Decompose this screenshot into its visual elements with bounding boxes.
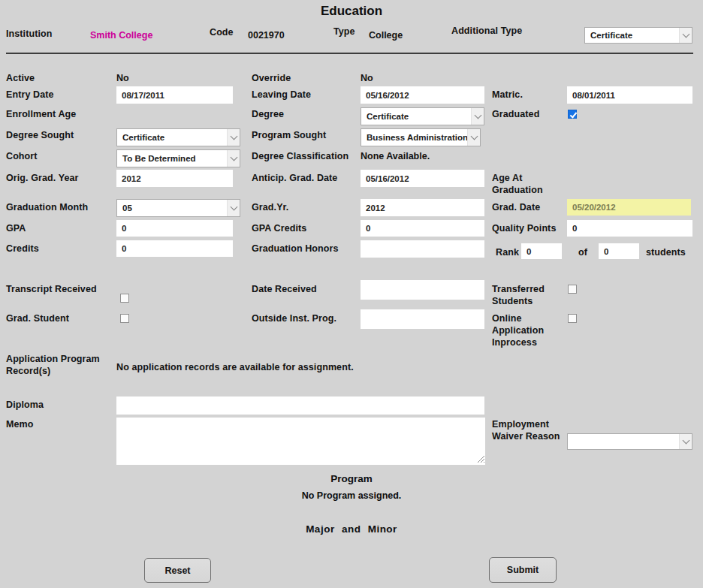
graduation-month-label: Graduation Month	[6, 201, 88, 213]
entry-date-input[interactable]	[116, 86, 233, 104]
code-value: 0021970	[248, 29, 285, 41]
transcript-received-checkbox[interactable]	[120, 294, 129, 303]
code-label: Code	[210, 26, 234, 38]
cohort-select[interactable]: To Be Determined	[116, 149, 240, 167]
degree-classification-label: Degree Classification	[252, 150, 348, 162]
degree-classification-value: None Available.	[361, 150, 430, 162]
program-sought-selected: Business Administration	[361, 133, 467, 142]
active-label: Active	[6, 72, 35, 84]
program-message: No Program assigned.	[0, 490, 703, 501]
chevron-down-icon	[227, 129, 240, 146]
education-form: Education Institution Smith College Code…	[0, 0, 703, 588]
chevron-down-icon	[467, 129, 480, 146]
program-sought-select[interactable]: Business Administration	[361, 128, 481, 146]
graduated-checkbox[interactable]	[568, 110, 577, 119]
transcript-received-label: Transcript Received	[6, 283, 97, 295]
degree-sought-select[interactable]: Certificate	[116, 128, 240, 146]
grad-date-label: Grad. Date	[492, 201, 540, 213]
diploma-label: Diploma	[6, 399, 44, 411]
grad-date-input[interactable]	[567, 199, 691, 216]
cohort-label: Cohort	[6, 150, 38, 162]
gpa-credits-label: GPA Credits	[252, 222, 306, 234]
age-at-graduation-label: Age At Graduation	[492, 172, 561, 196]
memo-label: Memo	[6, 418, 34, 430]
major-minor-section-title: Major and Minor	[0, 523, 703, 535]
credits-input[interactable]	[116, 240, 233, 257]
transferred-students-label: Transferred Students	[492, 283, 556, 307]
rank-of-label: of	[578, 246, 587, 258]
matric-label: Matric.	[492, 89, 523, 101]
leaving-date-input[interactable]	[361, 86, 484, 104]
orig-grad-year-label: Orig. Grad. Year	[6, 172, 79, 184]
leaving-date-label: Leaving Date	[252, 89, 311, 101]
anticip-grad-date-input[interactable]	[361, 170, 484, 187]
cohort-selected: To Be Determined	[117, 154, 227, 163]
date-received-input[interactable]	[361, 280, 484, 300]
active-value: No	[116, 72, 129, 84]
chevron-down-icon	[227, 200, 240, 216]
graduation-month-select[interactable]: 05	[116, 199, 240, 217]
reset-button[interactable]: Reset	[144, 558, 211, 583]
type-label: Type	[333, 26, 355, 38]
matric-input[interactable]	[567, 86, 692, 104]
grad-student-checkbox[interactable]	[120, 314, 129, 323]
override-label: Override	[252, 72, 291, 84]
rank-students-label: students	[646, 246, 686, 258]
additional-type-selected: Certificate	[585, 31, 679, 40]
orig-grad-year-input[interactable]	[116, 170, 233, 187]
chevron-down-icon	[227, 150, 240, 167]
rank-input[interactable]	[521, 243, 562, 259]
application-program-message: No application records are available for…	[116, 361, 354, 373]
grad-student-label: Grad. Student	[6, 312, 69, 324]
additional-type-select[interactable]: Certificate	[584, 27, 692, 44]
degree-selected: Certificate	[361, 112, 471, 121]
gpa-credits-input[interactable]	[361, 220, 484, 237]
rank-total-input[interactable]	[599, 243, 639, 259]
grad-yr-input[interactable]	[361, 199, 484, 216]
diploma-input[interactable]	[116, 397, 484, 415]
header-divider	[6, 53, 693, 54]
rank-label: Rank	[496, 246, 519, 258]
transferred-students-checkbox[interactable]	[568, 285, 577, 294]
type-value: College	[369, 29, 403, 41]
institution-label: Institution	[6, 28, 53, 40]
application-program-label: Application Program Record(s)	[6, 353, 107, 377]
gpa-label: GPA	[6, 222, 26, 234]
degree-sought-selected: Certificate	[117, 133, 227, 142]
degree-select[interactable]: Certificate	[361, 107, 484, 125]
page-title: Education	[0, 4, 703, 19]
graduated-label: Graduated	[492, 108, 539, 120]
anticip-grad-date-label: Anticip. Grad. Date	[252, 172, 337, 184]
outside-inst-prog-input[interactable]	[361, 309, 484, 329]
credits-label: Credits	[6, 243, 39, 255]
entry-date-label: Entry Date	[6, 89, 54, 101]
submit-button[interactable]: Submit	[489, 557, 557, 583]
chevron-down-icon	[679, 28, 692, 43]
gpa-input[interactable]	[116, 220, 233, 237]
graduation-month-selected: 05	[117, 204, 227, 213]
memo-textarea[interactable]	[116, 418, 485, 465]
grad-yr-label: Grad.Yr.	[252, 201, 288, 213]
institution-value[interactable]: Smith College	[90, 29, 152, 41]
program-sought-label: Program Sought	[252, 129, 326, 141]
enrollment-age-label: Enrollment Age	[6, 108, 76, 120]
quality-points-input[interactable]	[567, 220, 692, 237]
online-application-label: Online Application Inprocess	[492, 312, 561, 348]
employment-waiver-label: Employment Waiver Reason	[492, 418, 561, 442]
online-application-checkbox[interactable]	[568, 314, 577, 323]
graduation-honors-label: Graduation Honors	[252, 243, 339, 255]
chevron-down-icon	[679, 434, 692, 449]
outside-inst-prog-label: Outside Inst. Prog.	[252, 312, 336, 324]
program-section-title: Program	[0, 473, 703, 484]
quality-points-label: Quality Points	[492, 222, 556, 234]
chevron-down-icon	[471, 108, 484, 125]
degree-sought-label: Degree Sought	[6, 129, 74, 141]
graduation-honors-input[interactable]	[361, 240, 484, 258]
degree-label: Degree	[252, 108, 284, 120]
date-received-label: Date Received	[252, 283, 317, 295]
override-value: No	[361, 72, 373, 84]
additional-type-label: Additional Type	[451, 25, 522, 37]
employment-waiver-select[interactable]	[567, 433, 692, 450]
